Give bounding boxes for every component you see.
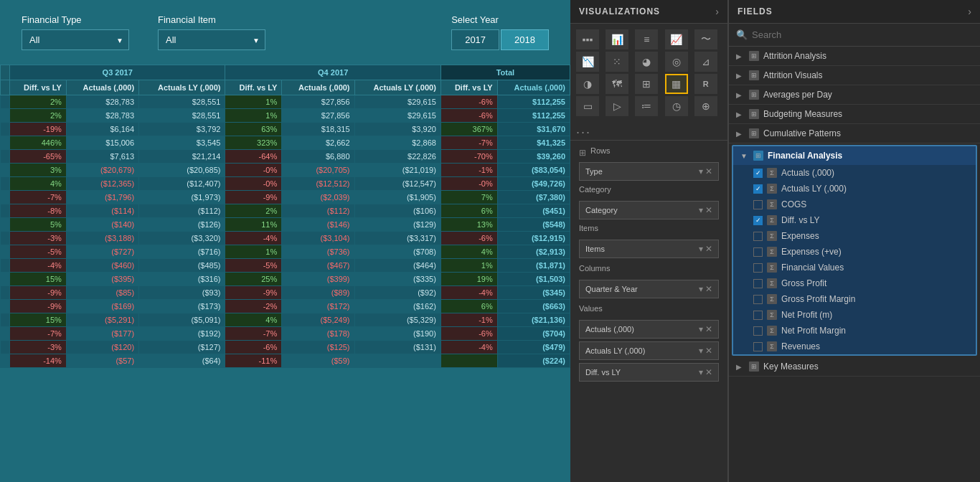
year-2017-button[interactable]: 2017 (451, 29, 499, 50)
field-checkbox[interactable] (753, 184, 763, 194)
viz-values3-remove-icon[interactable]: ▾ ✕ (699, 367, 712, 377)
fields-expand-icon[interactable]: › (968, 6, 971, 17)
field-item[interactable]: Σ Expenses (+ve) (733, 244, 976, 260)
field-type-icon: Σ (767, 231, 777, 241)
field-checkbox[interactable] (753, 311, 763, 320)
table-cell: -3% (10, 341, 67, 354)
viz-columns-field[interactable]: Quarter & Year ▾ ✕ (579, 280, 719, 298)
field-checkbox[interactable] (753, 326, 763, 336)
viz-icon-gauge[interactable]: ◑ (576, 74, 599, 94)
viz-icon-table[interactable]: ⊞ (635, 74, 658, 94)
viz-values-section: Values Actuals (,000) ▾ ✕ Actuals LY (,0… (579, 304, 719, 382)
field-group-expanded-header[interactable]: ▼ ⊞ Financial Analysis (733, 146, 976, 165)
viz-columns-remove-icon[interactable]: ▾ ✕ (699, 284, 712, 294)
viz-values-field1[interactable]: Actuals (,000) ▾ ✕ (579, 320, 719, 339)
viz-values1-remove-icon[interactable]: ▾ ✕ (699, 324, 712, 334)
field-group-header[interactable]: ▶ ⊞ Budgeting Measures (729, 105, 980, 123)
field-checkbox[interactable] (753, 232, 763, 241)
table-cell: 7% (440, 191, 497, 204)
viz-rows-remove-icon[interactable]: ▾ ✕ (699, 166, 712, 176)
viz-icon-map[interactable]: 🗺 (606, 74, 628, 94)
field-item[interactable]: Σ Diff. vs LY (733, 212, 976, 228)
table-cell: ($399) (282, 273, 354, 286)
viz-rows-category-field[interactable]: Category ▾ ✕ (579, 201, 719, 219)
viz-icon-kpi[interactable]: ▷ (606, 96, 628, 116)
viz-icon-column[interactable]: 📊 (606, 29, 628, 49)
table-cell: ($451) (497, 204, 570, 218)
table-cell: ($3,188) (66, 232, 138, 245)
viz-rows-items-field[interactable]: Items ▾ ✕ (579, 240, 719, 258)
table-cell: -4% (10, 259, 67, 273)
field-item[interactable]: Σ Financial Values (733, 260, 976, 275)
viz-icon-stacked[interactable]: ≡ (635, 29, 658, 49)
fields-search-input[interactable] (752, 29, 973, 40)
field-group-header[interactable]: ▶ ⊞ Attrition Analysis (729, 47, 980, 65)
table-cell: -4% (440, 341, 497, 354)
viz-icon-line2[interactable]: 📉 (576, 52, 599, 72)
field-checkbox[interactable] (753, 216, 763, 225)
table-cell: $29,615 (354, 95, 440, 109)
field-item[interactable]: Σ Expenses (733, 228, 976, 244)
table-cell: $31,670 (497, 123, 570, 136)
viz-icon-donut[interactable]: ◎ (665, 52, 688, 72)
viz-icon-scatter[interactable]: ⁙ (606, 52, 628, 72)
table-cell: ($162) (354, 300, 440, 313)
field-item[interactable]: Σ COGS (733, 197, 976, 212)
field-group-header[interactable]: ▶ ⊞ Averages per Day (729, 85, 980, 104)
viz-values-field2[interactable]: Actuals LY (,000) ▾ ✕ (579, 341, 719, 360)
field-item-name: Actuals (,000) (781, 168, 834, 178)
viz-icon-pie[interactable]: ◕ (635, 52, 658, 72)
field-item[interactable]: Σ Net Profit Margin (733, 323, 976, 339)
viz-icon-card[interactable]: ▭ (576, 96, 599, 116)
viz-icon-custom[interactable]: ⊕ (694, 96, 717, 116)
field-checkbox[interactable] (753, 169, 763, 178)
year-buttons: 2017 2018 (451, 29, 549, 50)
field-item[interactable]: Σ Actuals LY (,000) (733, 181, 976, 197)
table-cell: -64% (225, 150, 282, 164)
viz-icon-shape[interactable]: ◷ (665, 96, 688, 116)
field-group-header[interactable]: ▶ ⊞ Key Measures (729, 357, 980, 376)
field-checkbox[interactable] (753, 247, 763, 257)
viz-more-icon[interactable]: ... (570, 122, 727, 140)
year-2018-button[interactable]: 2018 (501, 29, 549, 50)
field-item[interactable]: Σ Net Profit (m) (733, 307, 976, 323)
viz-icon-slicer[interactable]: ≔ (635, 96, 658, 116)
table-cell: -6% (225, 341, 282, 354)
financial-type-label: Financial Type (22, 14, 129, 25)
viz-values2-remove-icon[interactable]: ▾ ✕ (699, 346, 712, 356)
financial-type-select-wrapper[interactable]: All (22, 29, 129, 50)
financial-type-select[interactable]: All (22, 29, 129, 50)
table-row (1, 218, 10, 232)
viz-rows-type-text: Type (585, 167, 603, 176)
viz-rows-category-remove[interactable]: ▾ ✕ (699, 205, 712, 215)
viz-icon-r[interactable]: R (694, 74, 717, 94)
viz-icon-bar[interactable]: ▪▪▪ (576, 29, 599, 49)
field-group-header[interactable]: ▶ ⊞ Cumulative Patterns (729, 124, 980, 143)
field-checkbox[interactable] (753, 295, 763, 304)
field-item[interactable]: Σ Revenues (733, 339, 976, 354)
field-group-icon: ⊞ (749, 90, 759, 100)
table-cell: ($140) (66, 218, 138, 232)
financial-item-select-wrapper[interactable]: All (158, 29, 265, 50)
field-checkbox[interactable] (753, 200, 763, 209)
table-cell: $27,856 (282, 109, 354, 123)
field-item-name: Gross Profit Margin (781, 294, 855, 304)
field-checkbox[interactable] (753, 263, 763, 273)
fields-title: FIELDS (738, 6, 773, 16)
viz-icon-line[interactable]: 📈 (665, 29, 688, 49)
table-cell: 1% (225, 245, 282, 259)
field-checkbox[interactable] (753, 279, 763, 288)
field-item[interactable]: Σ Gross Profit (733, 275, 976, 291)
viz-expand-icon[interactable]: › (715, 6, 719, 17)
viz-icon-matrix[interactable]: ▦ (665, 74, 688, 94)
field-item[interactable]: Σ Gross Profit Margin (733, 291, 976, 307)
field-checkbox[interactable] (753, 342, 763, 351)
viz-icon-area[interactable]: 〜 (694, 29, 717, 49)
field-item[interactable]: Σ Actuals (,000) (733, 165, 976, 181)
viz-rows-items-remove[interactable]: ▾ ✕ (699, 244, 712, 254)
viz-values-field3[interactable]: Diff. vs LY ▾ ✕ (579, 363, 719, 382)
viz-rows-type-field[interactable]: Type ▾ ✕ (579, 162, 719, 181)
viz-icon-funnel[interactable]: ⊿ (694, 52, 717, 72)
financial-item-select[interactable]: All (158, 29, 265, 50)
field-group-header[interactable]: ▶ ⊞ Attrition Visuals (729, 66, 980, 85)
